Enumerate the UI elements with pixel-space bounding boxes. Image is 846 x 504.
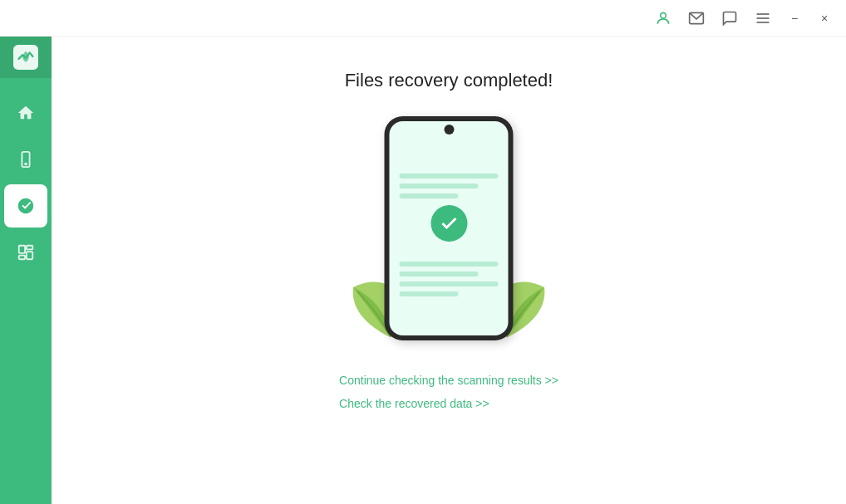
sidebar-item-backup[interactable] xyxy=(4,184,47,228)
close-button[interactable]: × xyxy=(813,7,836,30)
phone-screen xyxy=(390,121,509,335)
svg-point-7 xyxy=(25,164,27,165)
main-layout: Files recovery completed! xyxy=(0,37,846,504)
minimize-button[interactable]: − xyxy=(783,7,806,30)
content-area: Files recovery completed! xyxy=(52,37,846,504)
svg-rect-11 xyxy=(19,256,25,260)
titlebar-icons: − × xyxy=(650,5,836,32)
continue-scanning-link[interactable]: Continue checking the scanning results >… xyxy=(339,374,558,387)
app-logo xyxy=(0,37,52,78)
sidebar-item-device[interactable] xyxy=(4,138,47,181)
sidebar-nav xyxy=(4,78,47,504)
phone-lines-top xyxy=(400,174,499,198)
action-links: Continue checking the scanning results >… xyxy=(339,374,558,410)
sidebar xyxy=(0,37,52,504)
chat-icon[interactable] xyxy=(716,5,743,32)
svg-rect-10 xyxy=(27,252,32,259)
user-icon[interactable] xyxy=(650,5,676,32)
phone-line xyxy=(400,281,499,286)
svg-rect-8 xyxy=(19,246,25,253)
titlebar: − × xyxy=(0,0,846,37)
phone-line xyxy=(400,291,459,296)
sidebar-item-home[interactable] xyxy=(4,91,47,135)
phone-device xyxy=(385,116,514,340)
svg-point-0 xyxy=(661,12,666,18)
phone-notch xyxy=(444,125,454,135)
menu-icon[interactable] xyxy=(750,5,776,32)
phone-line xyxy=(400,174,499,179)
svg-rect-9 xyxy=(27,246,32,250)
page-title: Files recovery completed! xyxy=(345,70,553,91)
mail-icon[interactable] xyxy=(683,5,710,32)
phone-lines-bottom xyxy=(400,262,499,296)
phone-line xyxy=(400,183,479,188)
phone-line xyxy=(400,193,459,198)
checkmark-icon xyxy=(430,205,467,242)
phone-line xyxy=(400,262,499,267)
sidebar-item-files[interactable] xyxy=(4,231,47,274)
phone-line xyxy=(400,272,479,276)
check-recovered-link[interactable]: Check the recovered data >> xyxy=(339,397,489,410)
phone-illustration xyxy=(357,116,540,340)
